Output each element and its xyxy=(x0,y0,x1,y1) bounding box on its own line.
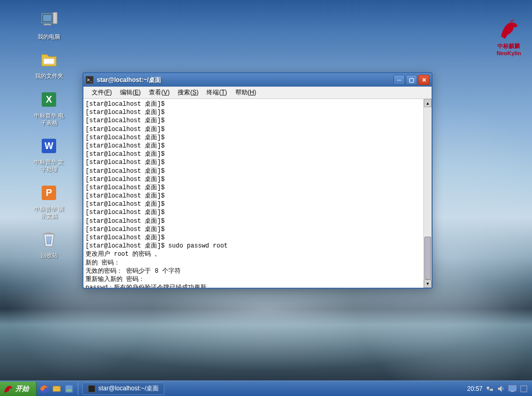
menu-terminal[interactable]: 终端(T) xyxy=(202,87,231,98)
computer-icon xyxy=(39,10,59,31)
taskbar: 开始 star@localhost:~/桌面 20:57 xyxy=(0,381,532,396)
scrollbar[interactable]: ▲ ▼ xyxy=(423,99,432,288)
svg-rect-1 xyxy=(43,15,52,21)
svg-rect-4 xyxy=(44,59,54,64)
desktop-icon-folder[interactable]: 我的文件夹 xyxy=(31,50,67,79)
minimize-button[interactable]: ─ xyxy=(393,75,405,85)
volume-icon[interactable] xyxy=(497,385,505,393)
desktop-icon-label: 回收站 xyxy=(31,252,67,259)
tray-desktop-icon[interactable] xyxy=(508,385,517,393)
tray-box-icon[interactable] xyxy=(520,385,528,393)
menu-view[interactable]: 查看(V) xyxy=(145,87,174,98)
desktop-icon-label: 我的电脑 xyxy=(31,33,67,40)
spreadsheet-icon: X xyxy=(39,89,59,110)
scroll-track[interactable] xyxy=(424,107,432,279)
menu-file[interactable]: 文件(F) xyxy=(88,87,116,98)
svg-text:X: X xyxy=(46,94,52,105)
watermark-en: NeoKylin xyxy=(496,50,522,56)
mail-icon[interactable] xyxy=(51,383,62,394)
svg-rect-20 xyxy=(521,386,527,392)
svg-rect-18 xyxy=(509,386,516,391)
start-button[interactable]: 开始 xyxy=(0,382,37,396)
start-label: 开始 xyxy=(15,384,29,393)
desktop-icon-label: 中标普华 文 字处理 xyxy=(31,158,67,173)
presentation-icon: P xyxy=(39,183,59,203)
distro-watermark: 中标麒麟 NeoKylin xyxy=(496,15,522,56)
svg-rect-19 xyxy=(511,391,514,392)
watermark-cn: 中标麒麟 xyxy=(496,42,522,50)
desktop-icon-label: 中标普华 演 示文稿 xyxy=(31,205,67,220)
taskbar-separator xyxy=(78,383,78,395)
desktop-icon-presentation[interactable]: P 中标普华 演 示文稿 xyxy=(31,183,67,220)
svg-rect-3 xyxy=(44,24,51,25)
folder-icon xyxy=(39,50,59,70)
window-titlebar[interactable]: >_ star@localhost:~/桌面 ─ ▢ ✕ xyxy=(83,73,432,87)
maximize-button[interactable]: ▢ xyxy=(406,75,417,85)
trash-icon xyxy=(39,229,59,250)
scroll-up-button[interactable]: ▲ xyxy=(424,99,432,107)
quick-launch xyxy=(37,383,77,394)
desktop-icon-computer[interactable]: 我的电脑 xyxy=(31,10,67,40)
close-button[interactable]: ✕ xyxy=(418,75,430,85)
svg-text:W: W xyxy=(45,141,54,151)
system-tray: 20:57 xyxy=(463,385,532,393)
taskbar-item-label: star@localhost:~/桌面 xyxy=(98,384,159,393)
terminal-icon xyxy=(88,385,95,392)
terminal-output[interactable]: [star@localhost 桌面]$ [star@localhost 桌面]… xyxy=(83,99,423,288)
taskbar-item-terminal[interactable]: star@localhost:~/桌面 xyxy=(82,383,164,395)
start-kylin-icon xyxy=(2,383,13,394)
word-icon: W xyxy=(39,136,59,156)
menu-edit[interactable]: 编辑(E) xyxy=(116,87,145,98)
desktop-icons: 我的电脑 我的文件夹 X 中标普华 电 子表格 W 中标普华 文 字处理 P 中… xyxy=(31,10,67,259)
scroll-down-button[interactable]: ▼ xyxy=(424,279,432,288)
firefox-icon[interactable] xyxy=(39,383,50,394)
svg-rect-2 xyxy=(53,12,57,24)
show-desktop-icon[interactable] xyxy=(63,383,75,394)
desktop-icon-word[interactable]: W 中标普华 文 字处理 xyxy=(31,136,67,173)
svg-rect-15 xyxy=(66,389,72,391)
menubar: 文件(F) 编辑(E) 查看(V) 搜索(S) 终端(T) 帮助(H) xyxy=(83,87,432,99)
desktop-icon-label: 中标普华 电 子表格 xyxy=(31,112,67,127)
terminal-window: >_ star@localhost:~/桌面 ─ ▢ ✕ 文件(F) 编辑(E)… xyxy=(82,72,433,289)
terminal-icon: >_ xyxy=(85,76,94,84)
menu-help[interactable]: 帮助(H) xyxy=(231,87,261,98)
svg-text:P: P xyxy=(46,188,52,198)
clock[interactable]: 20:57 xyxy=(467,385,483,392)
menu-search[interactable]: 搜索(S) xyxy=(174,87,202,98)
desktop-icon-trash[interactable]: 回收站 xyxy=(31,229,67,259)
window-title: star@localhost:~/桌面 xyxy=(97,76,393,85)
network-icon[interactable] xyxy=(486,385,494,393)
svg-rect-16 xyxy=(487,387,489,389)
scroll-thumb[interactable] xyxy=(424,237,431,280)
desktop-icon-label: 我的文件夹 xyxy=(31,72,67,79)
desktop-icon-spreadsheet[interactable]: X 中标普华 电 子表格 xyxy=(31,89,67,127)
kylin-icon xyxy=(496,15,522,41)
